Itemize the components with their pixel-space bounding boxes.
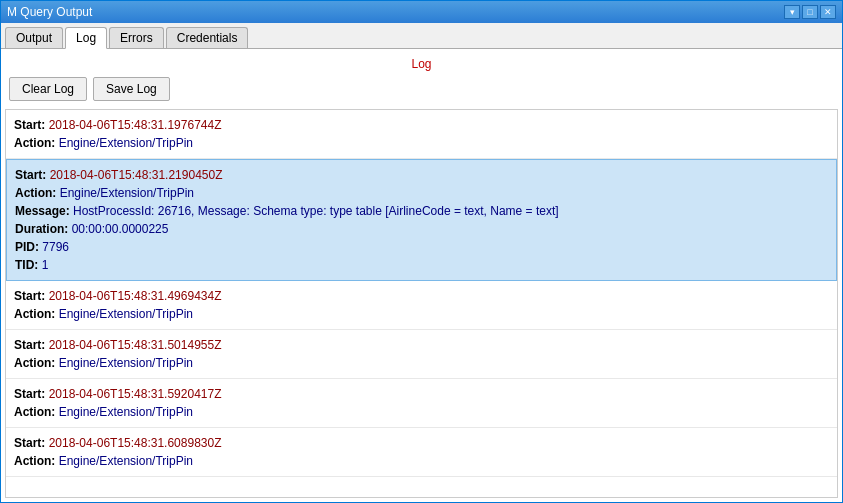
log-field: Start: 2018-04-06T15:48:31.6089830Z — [14, 434, 829, 452]
log-field-label: Start: — [14, 118, 49, 132]
main-window: M Query Output ▾ □ ✕ Output Log Errors C… — [0, 0, 843, 503]
log-field: Action: Engine/Extension/TripPin — [15, 184, 828, 202]
log-field: Action: Engine/Extension/TripPin — [14, 305, 829, 323]
log-field-value: Engine/Extension/TripPin — [59, 136, 193, 150]
tab-credentials[interactable]: Credentials — [166, 27, 249, 48]
log-field-value: 00:00:00.0000225 — [72, 222, 169, 236]
content-area: Log Clear Log Save Log Start: 2018-04-06… — [1, 49, 842, 502]
title-bar: M Query Output ▾ □ ✕ — [1, 1, 842, 23]
log-field: Start: 2018-04-06T15:48:31.5014955Z — [14, 336, 829, 354]
log-field: Start: 2018-04-06T15:48:31.4969434Z — [14, 287, 829, 305]
tab-output[interactable]: Output — [5, 27, 63, 48]
log-field-label: Duration: — [15, 222, 72, 236]
log-field-label: Message: — [15, 204, 73, 218]
log-field-value: Engine/Extension/TripPin — [59, 356, 193, 370]
log-field-label: TID: — [15, 258, 42, 272]
log-field-value: 2018-04-06T15:48:31.2190450Z — [50, 168, 223, 182]
log-field: Action: Engine/Extension/TripPin — [14, 452, 829, 470]
log-field: Action: Engine/Extension/TripPin — [14, 403, 829, 421]
log-field-label: Start: — [14, 436, 49, 450]
log-field-label: Action: — [14, 136, 59, 150]
log-field-value: 2018-04-06T15:48:31.1976744Z — [49, 118, 222, 132]
log-field-label: Action: — [14, 307, 59, 321]
log-field-label: Action: — [14, 405, 59, 419]
log-entry[interactable]: Start: 2018-04-06T15:48:31.6089830ZActio… — [6, 428, 837, 477]
close-button[interactable]: ✕ — [820, 5, 836, 19]
save-log-button[interactable]: Save Log — [93, 77, 170, 101]
log-field-label: Action: — [15, 186, 60, 200]
log-entry[interactable]: Start: 2018-04-06T15:48:31.1976744ZActio… — [6, 110, 837, 159]
log-field-label: Action: — [14, 454, 59, 468]
log-field-value: HostProcessId: 26716, Message: Schema ty… — [73, 204, 559, 218]
log-field-value: Engine/Extension/TripPin — [59, 405, 193, 419]
tab-log[interactable]: Log — [65, 27, 107, 49]
window-title: M Query Output — [7, 5, 92, 19]
restore-button[interactable]: □ — [802, 5, 818, 19]
log-field-label: Start: — [15, 168, 50, 182]
log-field: Action: Engine/Extension/TripPin — [14, 354, 829, 372]
log-field-value: 2018-04-06T15:48:31.6089830Z — [49, 436, 222, 450]
log-field: Start: 2018-04-06T15:48:31.2190450Z — [15, 166, 828, 184]
log-field: Action: Engine/Extension/TripPin — [14, 134, 829, 152]
log-field: PID: 7796 — [15, 238, 828, 256]
log-entry[interactable]: Start: 2018-04-06T15:48:31.2190450ZActio… — [6, 159, 837, 281]
toolbar: Clear Log Save Log — [1, 77, 842, 109]
log-field: Start: 2018-04-06T15:48:31.1976744Z — [14, 116, 829, 134]
tab-errors[interactable]: Errors — [109, 27, 164, 48]
log-entry[interactable]: Start: 2018-04-06T15:48:31.4969434ZActio… — [6, 281, 837, 330]
log-title: Log — [1, 49, 842, 77]
log-field-label: Start: — [14, 289, 49, 303]
log-field-value: 2018-04-06T15:48:31.4969434Z — [49, 289, 222, 303]
log-field-value: 7796 — [42, 240, 69, 254]
log-field-label: Start: — [14, 387, 49, 401]
log-field-label: Action: — [14, 356, 59, 370]
log-field: Message: HostProcessId: 26716, Message: … — [15, 202, 828, 220]
tabs-bar: Output Log Errors Credentials — [1, 23, 842, 49]
log-entry[interactable]: Start: 2018-04-06T15:48:31.5014955ZActio… — [6, 330, 837, 379]
window-controls: ▾ □ ✕ — [784, 5, 836, 19]
log-field-label: Start: — [14, 338, 49, 352]
log-field-value: Engine/Extension/TripPin — [59, 454, 193, 468]
log-field-value: Engine/Extension/TripPin — [59, 307, 193, 321]
log-field: TID: 1 — [15, 256, 828, 274]
log-entry[interactable]: Start: 2018-04-06T15:48:31.5920417ZActio… — [6, 379, 837, 428]
log-field: Start: 2018-04-06T15:48:31.5920417Z — [14, 385, 829, 403]
log-field-value: 2018-04-06T15:48:31.5920417Z — [49, 387, 222, 401]
log-field-label: PID: — [15, 240, 42, 254]
log-field-value: 1 — [42, 258, 49, 272]
log-container[interactable]: Start: 2018-04-06T15:48:31.1976744ZActio… — [5, 109, 838, 498]
clear-log-button[interactable]: Clear Log — [9, 77, 87, 101]
log-field-value: 2018-04-06T15:48:31.5014955Z — [49, 338, 222, 352]
log-field: Duration: 00:00:00.0000225 — [15, 220, 828, 238]
log-field-value: Engine/Extension/TripPin — [60, 186, 194, 200]
minimize-button[interactable]: ▾ — [784, 5, 800, 19]
